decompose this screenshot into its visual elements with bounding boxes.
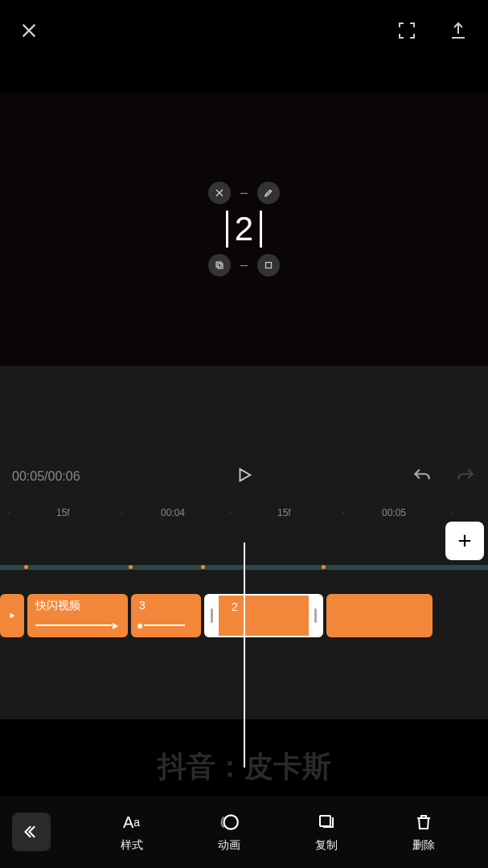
text-overlay[interactable]: – 2 – (208, 182, 280, 276)
clip-label: 2 (232, 600, 238, 613)
clip-label: 快闪视频 (35, 599, 80, 613)
clip-selected[interactable]: 2 (204, 594, 323, 637)
svg-rect-4 (216, 262, 221, 267)
animation-button[interactable]: 动画 (218, 811, 240, 853)
ruler-mark: 00:05 (382, 507, 406, 518)
undo-button[interactable] (412, 466, 433, 487)
play-button[interactable] (236, 466, 253, 487)
overlay-dash: – (240, 186, 248, 200)
clip[interactable]: 3 (131, 594, 201, 637)
overlay-dash: – (240, 258, 248, 272)
ruler-mark: 15f (56, 507, 70, 518)
redo-button (455, 466, 476, 487)
toolbar-label: 删除 (412, 838, 435, 853)
svg-rect-5 (218, 264, 223, 268)
clip[interactable] (326, 594, 433, 637)
time-display: 00:05/00:06 (12, 469, 80, 484)
toolbar-label: 复制 (315, 838, 338, 853)
ruler-mark: 00:04 (161, 507, 185, 518)
style-button[interactable]: Aa 样式 (121, 811, 143, 853)
collapse-button[interactable] (12, 813, 51, 851)
add-clip-button[interactable]: + (445, 522, 484, 560)
svg-marker-8 (10, 613, 15, 619)
fullscreen-button[interactable] (397, 21, 416, 40)
close-button[interactable] (20, 22, 38, 39)
bottom-toolbar: Aa 样式 动画 复制 删除 (0, 796, 488, 868)
playback-bar: 00:05/00:06 (0, 454, 488, 498)
overlay-copy-icon[interactable] (208, 254, 231, 276)
svg-marker-9 (113, 623, 118, 629)
svg-rect-6 (265, 263, 271, 268)
svg-marker-7 (240, 469, 250, 481)
clip-label: 3 (139, 599, 146, 612)
svg-point-10 (223, 815, 237, 829)
playhead[interactable] (244, 542, 245, 768)
toolbar-label: 样式 (121, 838, 143, 853)
toolbar-label: 动画 (218, 838, 240, 853)
timeline-ruler[interactable]: · 15f · 00:04 · 15f · 00:05 · (0, 498, 488, 526)
overlay-text[interactable]: 2 (226, 211, 262, 248)
delete-button[interactable]: 删除 (412, 811, 435, 853)
copy-button[interactable]: 复制 (315, 811, 338, 853)
svg-rect-11 (320, 816, 330, 826)
overlay-delete-icon[interactable] (208, 182, 231, 204)
overlay-edit-icon[interactable] (257, 182, 280, 204)
overlay-rotate-icon[interactable] (257, 254, 280, 276)
clip[interactable] (0, 594, 24, 637)
video-preview[interactable]: – 2 – (0, 92, 488, 366)
clip[interactable]: 快闪视频 (27, 594, 128, 637)
export-button[interactable] (449, 21, 468, 40)
ruler-mark: 15f (277, 507, 291, 518)
